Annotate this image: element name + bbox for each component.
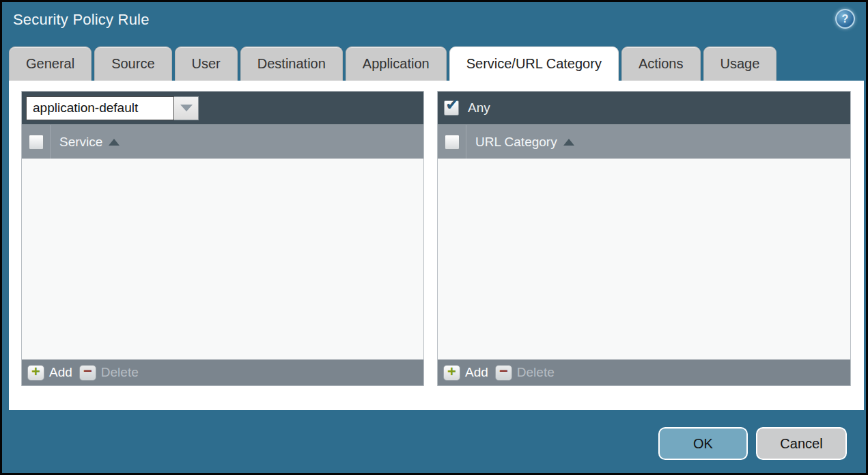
tab-bar: General Source User Destination Applicat…	[9, 46, 776, 81]
dialog-title: Security Policy Rule	[13, 11, 150, 29]
url-column-header-row: URL Category	[438, 124, 850, 159]
tab-application[interactable]: Application	[346, 46, 447, 81]
service-panel: application-default Service + Add	[21, 91, 424, 386]
cancel-button[interactable]: Cancel	[756, 427, 847, 460]
minus-icon: −	[495, 365, 512, 381]
ok-button[interactable]: OK	[658, 427, 748, 460]
plus-icon: +	[443, 365, 460, 381]
tab-general[interactable]: General	[9, 46, 92, 81]
tab-destination[interactable]: Destination	[240, 46, 343, 81]
url-select-all-checkbox[interactable]	[445, 135, 460, 150]
any-checkbox[interactable]: ✔	[444, 100, 459, 116]
dropdown-button[interactable]	[174, 96, 199, 120]
tab-user[interactable]: User	[175, 46, 238, 81]
service-type-value[interactable]: application-default	[26, 96, 174, 120]
url-list-body	[438, 159, 850, 359]
service-select-all-cell	[22, 125, 51, 159]
url-delete-button[interactable]: − Delete	[495, 365, 555, 381]
sort-ascending-icon[interactable]	[563, 139, 574, 146]
service-delete-button[interactable]: − Delete	[79, 365, 139, 381]
service-list-body	[22, 159, 423, 359]
url-add-button[interactable]: + Add	[443, 365, 488, 381]
plus-icon: +	[27, 365, 44, 381]
service-column-header-row: Service	[22, 124, 423, 159]
service-type-strip: application-default	[22, 92, 423, 124]
service-type-dropdown[interactable]: application-default	[26, 96, 199, 120]
tab-content: application-default Service + Add	[9, 81, 864, 410]
any-label: Any	[468, 100, 490, 116]
help-icon[interactable]: ?	[835, 9, 855, 29]
service-column-label: Service	[59, 135, 102, 150]
service-panel-footer: + Add − Delete	[22, 359, 423, 385]
tab-actions[interactable]: Actions	[621, 46, 701, 81]
url-panel-footer: + Add − Delete	[438, 359, 850, 385]
service-select-all-checkbox[interactable]	[29, 135, 44, 150]
checkmark-icon: ✔	[445, 96, 459, 113]
tab-service-url-category[interactable]: Service/URL Category	[449, 46, 619, 81]
security-policy-rule-dialog: Security Policy Rule ? General Source Us…	[0, 0, 868, 475]
url-any-strip: ✔ Any	[438, 92, 850, 124]
minus-icon: −	[79, 365, 96, 381]
sort-ascending-icon[interactable]	[109, 139, 120, 146]
url-category-panel: ✔ Any URL Category + Add − Delete	[437, 91, 851, 386]
tab-source[interactable]: Source	[94, 46, 171, 81]
url-select-all-cell	[438, 125, 466, 159]
tab-usage[interactable]: Usage	[703, 46, 777, 81]
url-column-label: URL Category	[475, 135, 557, 150]
service-add-button[interactable]: + Add	[27, 365, 72, 381]
chevron-down-icon	[180, 105, 193, 111]
